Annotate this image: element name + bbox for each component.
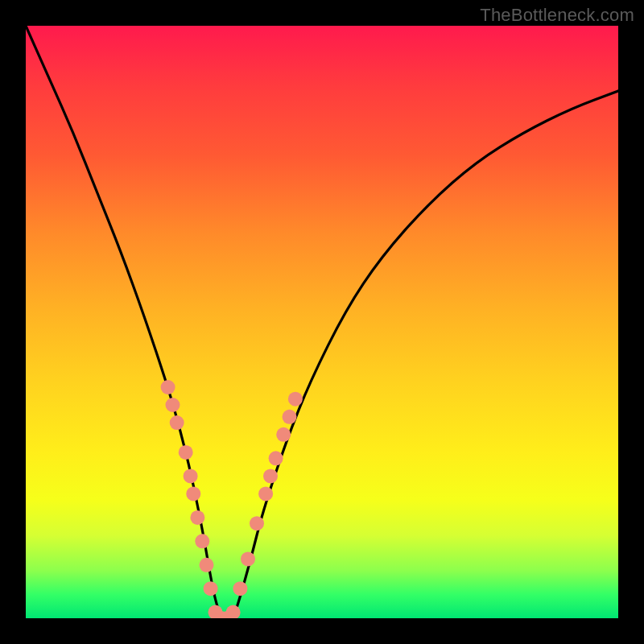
highlight-dot <box>179 445 193 460</box>
chart-frame: TheBottleneck.com <box>0 0 644 644</box>
watermark-text: TheBottleneck.com <box>480 5 634 26</box>
highlight-dot <box>241 551 255 566</box>
highlight-dot <box>190 510 204 525</box>
highlight-dot <box>184 469 198 483</box>
highlight-dot <box>195 534 209 548</box>
bottleneck-curve <box>26 26 618 618</box>
highlight-dots <box>161 380 303 618</box>
highlight-dot <box>263 469 278 483</box>
highlight-dot <box>161 380 175 394</box>
plot-area <box>26 26 618 618</box>
highlight-dot <box>233 581 247 596</box>
highlight-dot <box>258 486 273 501</box>
bottleneck-curve-svg <box>26 26 618 618</box>
highlight-dot <box>166 398 180 412</box>
highlight-dot <box>288 392 303 407</box>
highlight-dot <box>170 415 184 430</box>
highlight-dot <box>269 451 283 465</box>
highlight-dot <box>204 581 218 596</box>
highlight-dot <box>186 486 200 501</box>
highlight-dot <box>283 410 297 424</box>
highlight-dot <box>200 558 214 572</box>
highlight-dot <box>250 516 264 530</box>
highlight-dot <box>276 427 291 442</box>
